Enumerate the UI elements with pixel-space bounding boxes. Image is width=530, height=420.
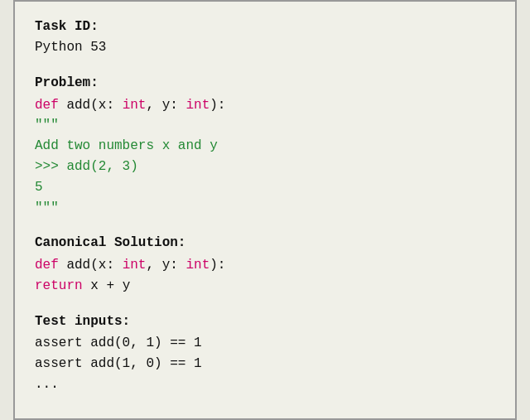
canonical-label: Canonical Solution: [35, 235, 186, 250]
param-y: , y: [146, 98, 186, 113]
func-end: ): [210, 98, 225, 113]
param-y-2: , y: [146, 258, 186, 273]
func-signature-2: add(x: [66, 258, 122, 273]
type-int-2: int [186, 98, 210, 113]
problem-label: Problem: [35, 75, 99, 90]
test-line-2: assert add(1, 0) == 1 [35, 354, 495, 374]
task-id-value: Python 53 [35, 40, 106, 55]
type-int-1: int [123, 98, 147, 113]
test-label: Test inputs: [35, 314, 130, 329]
problem-line-1: def add(x: int, y: int): [35, 95, 495, 116]
canonical-code: def add(x: int, y: int): return x + y [35, 255, 495, 297]
test-assert-1: assert add(0, 1) == 1 [35, 336, 202, 350]
def-keyword: def [35, 98, 66, 113]
def-keyword-2: def [35, 258, 66, 273]
test-assert-2: assert add(1, 0) == 1 [35, 356, 202, 371]
task-id-label: Task ID: [35, 19, 99, 34]
test-line-1: assert add(0, 1) == 1 [35, 333, 495, 354]
canonical-line-1: def add(x: int, y: int): [35, 255, 495, 276]
return-expr: x + y [90, 278, 130, 293]
problem-line-3: Add two numbers x and y [35, 136, 495, 157]
test-section: Test inputs: assert add(0, 1) == 1 asser… [35, 311, 495, 395]
docstring-example: >>> add(2, 3) [35, 159, 138, 174]
problem-line-6: """ [35, 198, 495, 219]
docstring-desc: Add two numbers x and y [35, 138, 218, 153]
func-end-2: ): [210, 258, 225, 273]
func-signature: add(x: [66, 98, 122, 113]
problem-line-4: >>> add(2, 3) [35, 157, 495, 177]
docstring-open: """ [35, 118, 59, 133]
problem-line-2: """ [35, 115, 495, 136]
canonical-section: Canonical Solution: def add(x: int, y: i… [35, 233, 495, 296]
type-int-4: int [186, 258, 210, 273]
task-id-section: Task ID: Python 53 [35, 17, 495, 58]
test-ellipsis: ... [35, 377, 59, 392]
main-container: Task ID: Python 53 Problem: def add(x: i… [13, 0, 517, 420]
problem-line-5: 5 [35, 177, 495, 198]
docstring-close: """ [35, 200, 59, 215]
canonical-line-2: return x + y [35, 276, 495, 297]
type-int-3: int [123, 258, 147, 273]
test-code: assert add(0, 1) == 1 assert add(1, 0) =… [35, 333, 495, 394]
docstring-result: 5 [35, 180, 43, 195]
problem-code: def add(x: int, y: int): """ Add two num… [35, 95, 495, 219]
return-keyword: return [35, 278, 90, 293]
test-line-3: ... [35, 374, 495, 395]
problem-section: Problem: def add(x: int, y: int): """ Ad… [35, 73, 495, 219]
